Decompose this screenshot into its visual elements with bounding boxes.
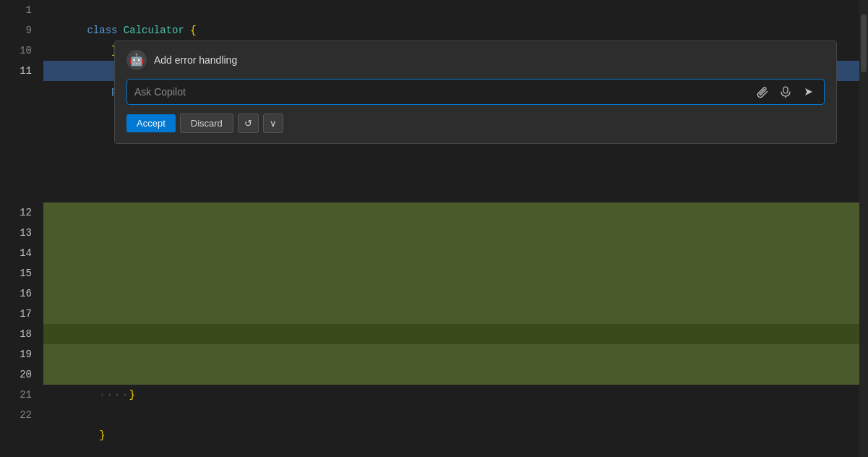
ask-input-row[interactable] [126,79,825,105]
send-icon-btn[interactable] [801,84,817,100]
line-num-20: 20 [20,364,32,385]
scrollbar-thumb[interactable] [861,14,867,72]
copilot-header: 🤖 Add error handling [126,50,825,70]
line-num-16: 16 [20,283,32,304]
svg-rect-0 [783,87,788,93]
line-num-15: 15 [20,263,32,283]
mic-icon-btn[interactable] [778,84,794,100]
line-num-21: 21 [20,385,32,405]
line-num-1: 1 [26,0,32,20]
line-num-10: 10 [20,40,32,61]
line-num-12: 12 [20,202,32,223]
code-area: class Calculator { } public factorial(a:… [43,0,859,457]
copilot-panel: 🤖 Add error handling [114,40,837,144]
discard-button[interactable]: Discard [180,114,233,133]
refresh-button[interactable]: ↺ [238,114,259,133]
mic-icon [779,85,792,98]
input-icons [755,84,817,100]
code-line-13: ············throw new Error("Factorial i… [43,223,859,243]
scrollbar[interactable] [859,0,868,457]
code-line-22: } [43,405,859,425]
copilot-title: Add error handling [154,54,237,66]
copilot-avatar: 🤖 [126,50,147,70]
dropdown-button[interactable]: ∨ [263,114,283,133]
attach-icon-btn[interactable] [755,84,770,100]
ask-copilot-input[interactable] [134,86,755,98]
code-line-12: ········if (a < 0) { [43,202,859,223]
code-line-21 [43,385,859,405]
line-numbers: 1 9 10 11 12 13 14 15 16 17 18 19 20 21 … [0,0,43,457]
editor-container: 1 9 10 11 12 13 14 15 16 17 18 19 20 21 … [0,0,868,457]
code-lines-below: ········if (a < 0) { ············throw n… [43,202,859,425]
line-num-18: 18 [20,324,32,344]
code-line-1: class Calculator { [43,0,859,20]
send-icon [802,85,815,98]
code-line-9: } [43,20,859,40]
line-num-9: 9 [26,20,32,40]
code-line-14: ········} [43,243,859,263]
line-num-13: 13 [20,223,32,243]
attach-icon [756,85,769,98]
action-buttons: Accept Discard ↺ ∨ [126,114,825,133]
code-line-18 [43,324,859,344]
line-num-14: 14 [20,243,32,263]
code-line-15: ········if (a === 0) { [43,263,859,283]
line-num-19: 19 [20,344,32,364]
code-line-16: ············return 1; [43,283,859,304]
line-num-22: 22 [20,405,32,425]
line-num-17: 17 [20,304,32,324]
code-line-20: ····} [43,364,859,385]
accept-button[interactable]: Accept [126,114,176,132]
line-num-11: 11 [20,61,32,81]
code-line-19: ········return a * this.factorial(a - 1)… [43,344,859,364]
code-line-17: ········} [43,304,859,324]
